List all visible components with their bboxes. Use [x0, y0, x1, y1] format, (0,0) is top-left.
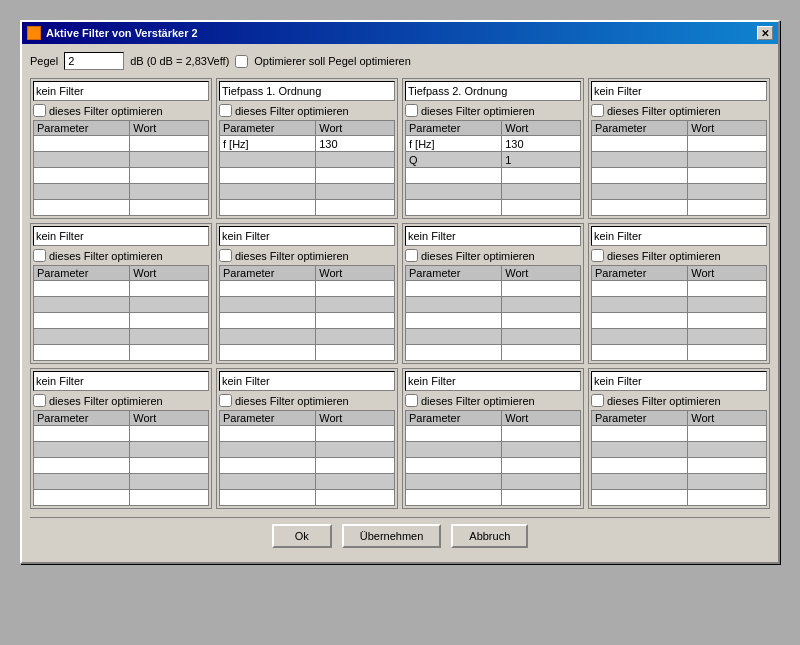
wert-cell-7-1 — [502, 281, 581, 297]
param-header-2: Parameter — [220, 121, 316, 136]
filter-select-11[interactable]: kein Filter — [405, 371, 581, 391]
filter-select-10[interactable]: kein Filter — [219, 371, 395, 391]
pegel-label: Pegel — [30, 55, 58, 67]
wert-cell-1-1 — [130, 136, 209, 152]
table-row: f [Hz]130 — [406, 136, 581, 152]
wert-cell-4-4 — [688, 184, 767, 200]
table-row — [592, 281, 767, 297]
wert-cell-11-1 — [502, 426, 581, 442]
wert-cell-10-2 — [316, 442, 395, 458]
param-cell-10-3 — [220, 458, 316, 474]
param-cell-11-3 — [406, 458, 502, 474]
filter-select-5[interactable]: kein Filter — [33, 226, 209, 246]
wert-cell-3-3 — [502, 168, 581, 184]
wert-cell-7-4 — [502, 329, 581, 345]
filter-select-2[interactable]: Tiefpass 1. Ordnung — [219, 81, 395, 101]
filter-block-1: kein Filterdieses Filter optimierenParam… — [30, 78, 212, 219]
filter-block-5: kein Filterdieses Filter optimierenParam… — [30, 223, 212, 364]
filter-select-6[interactable]: kein Filter — [219, 226, 395, 246]
param-cell-4-2 — [592, 152, 688, 168]
param-table-7: ParameterWort — [405, 265, 581, 361]
optimize-checkbox-4[interactable] — [591, 104, 604, 117]
optimize-label-3: dieses Filter optimieren — [421, 105, 535, 117]
param-cell-11-4 — [406, 474, 502, 490]
optimize-row-11: dieses Filter optimieren — [405, 394, 581, 407]
optimize-checkbox-11[interactable] — [405, 394, 418, 407]
param-cell-2-2 — [220, 152, 316, 168]
wert-header-4: Wort — [688, 121, 767, 136]
ok-button[interactable]: Ok — [272, 524, 332, 548]
filter-select-9[interactable]: kein Filter — [33, 371, 209, 391]
table-row — [220, 329, 395, 345]
wert-cell-7-5 — [502, 345, 581, 361]
filter-select-row-7: kein Filter — [405, 226, 581, 246]
table-row — [220, 281, 395, 297]
wert-cell-5-1 — [130, 281, 209, 297]
table-row — [592, 297, 767, 313]
filter-block-2: Tiefpass 1. Ordnungdieses Filter optimie… — [216, 78, 398, 219]
param-cell-3-2: Q — [406, 152, 502, 168]
table-row — [406, 442, 581, 458]
title-bar: Aktive Filter von Verstärker 2 ✕ — [22, 22, 778, 44]
filter-select-12[interactable]: kein Filter — [591, 371, 767, 391]
optimize-checkbox-8[interactable] — [591, 249, 604, 262]
table-row — [406, 345, 581, 361]
pegel-input[interactable] — [64, 52, 124, 70]
optimize-label-12: dieses Filter optimieren — [607, 395, 721, 407]
table-row — [592, 426, 767, 442]
param-table-11: ParameterWort — [405, 410, 581, 506]
close-button[interactable]: ✕ — [757, 26, 773, 40]
optimize-checkbox-3[interactable] — [405, 104, 418, 117]
optimize-label-2: dieses Filter optimieren — [235, 105, 349, 117]
ubernehmen-button[interactable]: Übernehmen — [342, 524, 442, 548]
param-cell-1-2 — [34, 152, 130, 168]
wert-header-6: Wort — [316, 266, 395, 281]
wert-cell-8-3 — [688, 313, 767, 329]
table-row — [34, 426, 209, 442]
optimize-checkbox-12[interactable] — [591, 394, 604, 407]
param-cell-7-2 — [406, 297, 502, 313]
optimize-pegel-checkbox[interactable] — [235, 55, 248, 68]
param-cell-4-4 — [592, 184, 688, 200]
param-table-5: ParameterWort — [33, 265, 209, 361]
param-cell-6-2 — [220, 297, 316, 313]
table-row — [592, 458, 767, 474]
filter-select-7[interactable]: kein Filter — [405, 226, 581, 246]
param-header-3: Parameter — [406, 121, 502, 136]
table-row — [406, 168, 581, 184]
abbruch-button[interactable]: Abbruch — [451, 524, 528, 548]
filter-select-row-5: kein Filter — [33, 226, 209, 246]
optimize-checkbox-5[interactable] — [33, 249, 46, 262]
param-cell-10-2 — [220, 442, 316, 458]
wert-cell-8-1 — [688, 281, 767, 297]
wert-cell-3-2: 1 — [502, 152, 581, 168]
filter-select-4[interactable]: kein Filter — [591, 81, 767, 101]
optimize-checkbox-6[interactable] — [219, 249, 232, 262]
optimize-checkbox-10[interactable] — [219, 394, 232, 407]
table-row — [592, 200, 767, 216]
window-title: Aktive Filter von Verstärker 2 — [46, 27, 198, 39]
param-cell-12-3 — [592, 458, 688, 474]
param-cell-9-4 — [34, 474, 130, 490]
filter-select-row-6: kein Filter — [219, 226, 395, 246]
param-cell-4-3 — [592, 168, 688, 184]
filter-block-11: kein Filterdieses Filter optimierenParam… — [402, 368, 584, 509]
filter-select-3[interactable]: Tiefpass 2. Ordnung — [405, 81, 581, 101]
optimize-checkbox-7[interactable] — [405, 249, 418, 262]
param-cell-8-5 — [592, 345, 688, 361]
param-cell-12-4 — [592, 474, 688, 490]
wert-cell-10-1 — [316, 426, 395, 442]
wert-cell-5-4 — [130, 329, 209, 345]
param-header-10: Parameter — [220, 411, 316, 426]
filter-select-1[interactable]: kein Filter — [33, 81, 209, 101]
param-cell-5-1 — [34, 281, 130, 297]
param-table-4: ParameterWort — [591, 120, 767, 216]
wert-header-1: Wort — [130, 121, 209, 136]
param-cell-2-3 — [220, 168, 316, 184]
filter-block-3: Tiefpass 2. Ordnungdieses Filter optimie… — [402, 78, 584, 219]
wert-cell-11-2 — [502, 442, 581, 458]
optimize-checkbox-2[interactable] — [219, 104, 232, 117]
optimize-checkbox-9[interactable] — [33, 394, 46, 407]
optimize-checkbox-1[interactable] — [33, 104, 46, 117]
filter-select-8[interactable]: kein Filter — [591, 226, 767, 246]
